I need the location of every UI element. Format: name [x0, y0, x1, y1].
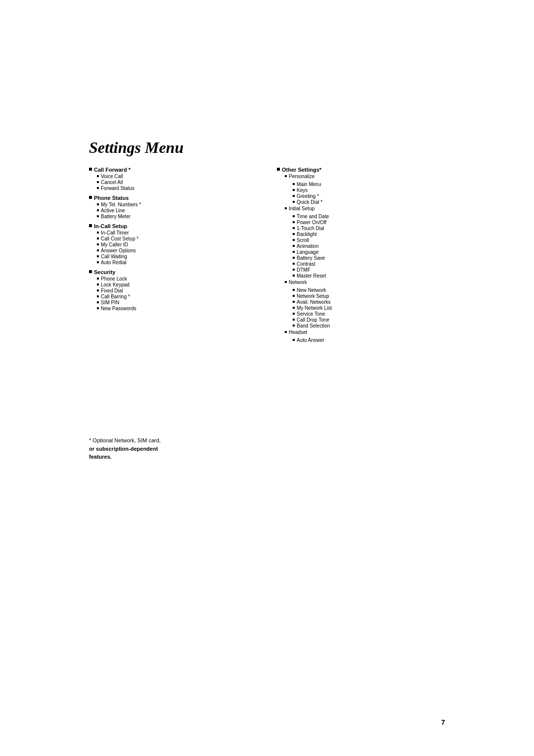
bullet-icon — [293, 215, 295, 217]
item-label: Call Waiting — [101, 254, 127, 259]
list-item: Contrast — [293, 261, 329, 267]
item-label: My Tel. Numbers * — [101, 202, 141, 207]
section-title: Security — [94, 269, 115, 275]
list-item: Battery Meter — [97, 214, 257, 219]
list-item: PersonalizeMain MenuKeysGreeting *Quick … — [285, 174, 445, 205]
nested-submenu: Time and DatePower On/Off1-Touch DialBac… — [293, 214, 329, 279]
bullet-icon — [293, 325, 295, 327]
list-item: Time and Date — [293, 214, 329, 219]
page-title: Settings Menu — [89, 139, 445, 157]
list-item: Master Reset — [293, 273, 329, 279]
list-item: Cancel All — [97, 180, 257, 185]
list-item: Avail. Networks — [293, 299, 332, 305]
list-item: Scroll — [293, 237, 329, 243]
section-title: Phone Status — [94, 195, 129, 201]
list-item: Call Barring * — [97, 294, 257, 299]
bullet-icon — [97, 278, 99, 280]
left-section-phone-status: Phone StatusMy Tel. Numbers *Active Line… — [89, 195, 257, 219]
left-column: Call Forward *Voice CallCancel AllForwar… — [89, 167, 257, 315]
bullet-icon — [97, 237, 99, 239]
bullet-icon — [293, 257, 295, 259]
bullet-icon — [293, 319, 295, 321]
list-item: Battery Save — [293, 255, 329, 261]
bullet-icon — [97, 289, 99, 291]
section-label-in-call-setup: In-Call Setup — [89, 223, 257, 229]
item-label: New Network — [297, 287, 326, 293]
item-label: Battery Meter — [101, 214, 131, 219]
list-item: Auto Answer — [293, 337, 324, 343]
submenu-other-settings: PersonalizeMain MenuKeysGreeting *Quick … — [285, 174, 445, 343]
bullet-icon — [293, 313, 295, 315]
bullet-icon — [97, 261, 99, 263]
bullet-icon — [97, 187, 99, 189]
list-item: 1-Touch Dial — [293, 226, 329, 231]
submenu-security: Phone LockLock KeypadFixed DialCall Barr… — [97, 276, 257, 311]
item-label: Fixed Dial — [101, 288, 123, 293]
bullet-icon — [97, 232, 99, 234]
item-label: Cancel All — [101, 180, 123, 185]
list-item: Initial SetupTime and DatePower On/Off1-… — [285, 206, 445, 279]
item-label: New Passwords — [101, 306, 136, 311]
item-label: Language — [297, 249, 319, 255]
item-label: 1-Touch Dial — [297, 226, 324, 231]
footnote-line2: or subscription-dependent — [89, 446, 158, 452]
left-section-call-forward: Call Forward *Voice CallCancel AllForwar… — [89, 167, 257, 191]
bullet-icon — [285, 175, 287, 177]
bullet-icon — [293, 289, 295, 291]
list-item: New Passwords — [97, 306, 257, 311]
bullet-icon — [97, 243, 99, 245]
menu-columns: Call Forward *Voice CallCancel AllForwar… — [89, 167, 445, 347]
item-label: Band Selection — [297, 323, 330, 329]
list-item: Main Menu — [293, 182, 322, 187]
item-label: Service Tone — [297, 311, 325, 317]
bullet-icon — [89, 196, 92, 199]
section-label-other-settings: Other Settings* — [277, 167, 445, 173]
section-label-security: Security — [89, 269, 257, 275]
bullet-icon — [293, 301, 295, 303]
list-item: New Network — [293, 287, 332, 293]
nested-submenu: Main MenuKeysGreeting *Quick Dial * — [293, 182, 322, 205]
list-item: Voice Call — [97, 174, 257, 179]
bullet-icon — [97, 249, 99, 251]
item-label: Phone Lock — [101, 276, 127, 282]
left-section-in-call-setup: In-Call SetupIn-Call TimerCall Cost Setu… — [89, 223, 257, 265]
bullet-icon — [293, 245, 295, 247]
bullet-icon — [97, 284, 99, 285]
page: Settings Menu Call Forward *Voice CallCa… — [0, 0, 534, 756]
submenu-phone-status: My Tel. Numbers *Active LineBattery Mete… — [97, 202, 257, 219]
item-label: Quick Dial * — [297, 199, 322, 205]
bullet-icon — [293, 251, 295, 253]
section-label-phone-status: Phone Status — [89, 195, 257, 201]
bullet-icon — [293, 183, 295, 185]
item-label: Auto Redial — [101, 260, 127, 265]
list-item: Active Line — [97, 208, 257, 213]
item-label: Answer Options — [101, 248, 136, 253]
list-item: Fixed Dial — [97, 288, 257, 293]
list-item: Auto Redial — [97, 260, 257, 265]
bullet-icon — [277, 168, 280, 171]
footnote-asterisk: * — [89, 437, 91, 443]
item-label: Call Cost Setup * — [101, 236, 138, 241]
footnote-line3: features. — [89, 454, 112, 460]
bullet-icon — [293, 295, 295, 297]
list-item: Phone Lock — [97, 276, 257, 282]
item-label: Active Line — [101, 208, 125, 213]
list-item: SIM PIN — [97, 300, 257, 305]
bullet-icon — [97, 203, 99, 205]
section-title: Call Forward * — [94, 167, 131, 173]
list-item: Forward Status — [97, 186, 257, 191]
bullet-icon — [293, 307, 295, 309]
item-label: Voice Call — [101, 174, 123, 179]
nested-submenu: Auto Answer — [293, 337, 324, 343]
list-item: Network Setup — [293, 293, 332, 299]
item-label: Network — [289, 280, 307, 285]
item-label: Battery Save — [297, 255, 325, 261]
list-item: Backlight — [293, 232, 329, 237]
list-item: In-Call Timer — [97, 230, 257, 236]
item-label: Personalize — [289, 174, 314, 179]
bullet-icon — [285, 207, 287, 209]
bullet-icon — [293, 221, 295, 223]
bullet-icon — [97, 175, 99, 177]
nested-submenu: New NetworkNetwork SetupAvail. NetworksM… — [293, 287, 332, 329]
item-label: Main Menu — [297, 182, 321, 187]
